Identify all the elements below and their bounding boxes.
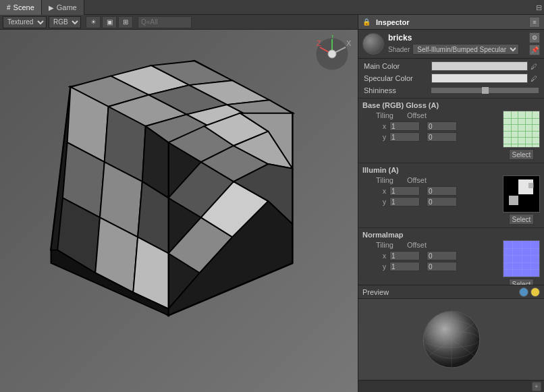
preview-section: Preview [358,285,544,380]
tab-scene[interactable]: # Scene [0,0,42,15]
base-y-row: y [362,132,500,142]
svg-point-40 [328,50,336,58]
shader-select[interactable]: Self-Illumin/Bumped Specular [412,44,519,55]
scene-tab-label: Scene [13,3,34,11]
base-tiling-y-input[interactable] [389,132,420,142]
inspector-title: Inspector [376,18,526,26]
normalmap-select-btn[interactable]: Select [509,279,535,285]
illumin-section: Illumin (A) Tiling Offset x [358,163,544,227]
normalmap-x-sublabel: x [383,252,389,260]
tiling-col-header: Tiling [376,111,393,119]
offset-col-header: Offset [407,111,427,119]
preview-btns [519,287,540,297]
illumin-x-sublabel: x [383,188,389,195]
base-tiling-x-input[interactable] [389,121,420,131]
normalmap-tiling-x-input[interactable] [389,251,420,260]
base-x-row: x [362,121,500,132]
base-offset-y-input[interactable] [427,132,457,142]
illumin-texture-props: Tiling Offset x y [362,175,500,225]
normalmap-tiling-y-input[interactable] [389,262,420,271]
base-offset-x-input[interactable] [427,121,457,131]
specular-color-swatch[interactable] [431,74,528,83]
rubiks-cube-svg [7,48,329,374]
main-area: Textured RGB ☀ ▣ ⊞ [0,15,544,392]
base-select-btn[interactable]: Select [509,149,535,160]
orientation-gizmo[interactable]: Z Y X [312,35,352,72]
add-component-btn[interactable]: + [532,382,541,391]
material-pin-btn[interactable]: 📌 [529,45,540,55]
normalmap-offset-y-input[interactable] [427,262,457,271]
base-x-sublabel: x [383,123,389,130]
material-details: bricks Shader Self-Illumin/Bumped Specul… [388,33,525,55]
shininess-row: Shininess [362,84,540,96]
illumin-title: Illumin (A) [362,166,540,174]
normalmap-texture-thumb-area: Select [503,240,540,285]
base-texture-inner: Tiling Offset x y [362,111,540,160]
illumin-select-btn[interactable]: Select [509,214,535,225]
material-preview-sphere [362,33,384,55]
lock-icon: 🔒 [362,18,371,26]
color-space-select[interactable]: RGB [49,16,81,28]
illumin-y-row: y [362,196,500,207]
main-color-label: Main Color [364,62,431,70]
specular-color-value: 🖊 [431,74,539,83]
material-settings-btn[interactable]: ⚙ [529,32,540,43]
material-name: bricks [388,33,525,43]
main-color-row: Main Color 🖊 [362,60,540,72]
toolbar-icons: ☀ ▣ ⊞ [86,16,133,28]
base-texture-props: Tiling Offset x y [362,111,500,160]
illumin-x-row: x [362,186,500,196]
preview-dot-yellow[interactable] [531,287,540,297]
normalmap-x-row: x [362,250,500,261]
grid-icon-btn[interactable]: ⊞ [118,16,133,28]
panel-collapse-btn[interactable]: ⊟ [533,0,544,15]
bottom-bar: + [358,380,544,392]
inspector-panel: 🔒 Inspector ≡ bricks Shader Self-Illumin… [358,15,544,392]
scene-toolbar: Textured RGB ☀ ▣ ⊞ [0,15,358,30]
illumin-to-header: Tiling Offset [362,175,500,185]
normalmap-texture-props: Tiling Offset x y [362,240,500,285]
main-color-eyedropper[interactable]: 🖊 [529,61,539,71]
illumin-y-sublabel: y [383,198,389,206]
specular-color-row: Specular Color 🖊 [362,72,540,84]
render-mode-select[interactable]: Textured [3,16,47,28]
illumin-offset-y-input[interactable] [427,197,457,206]
inspector-header: 🔒 Inspector ≡ [358,15,544,30]
normalmap-texture-thumb [503,240,540,277]
svg-text:X: X [346,39,352,47]
image-icon-btn[interactable]: ▣ [102,16,117,28]
main-color-section: Main Color 🖊 Specular Color 🖊 [358,59,544,98]
inspector-body[interactable]: Main Color 🖊 Specular Color 🖊 [358,59,544,285]
sun-icon-btn[interactable]: ☀ [86,16,101,28]
specular-color-eyedropper[interactable]: 🖊 [529,74,539,83]
normalmap-to-header: Tiling Offset [362,240,500,250]
normalmap-title: Normalmap [362,231,540,239]
main-color-value: 🖊 [431,61,539,71]
specular-color-label: Specular Color [364,74,431,82]
scene-viewport: Textured RGB ☀ ▣ ⊞ [0,15,358,392]
illumin-offset-header: Offset [407,176,427,184]
main-color-swatch[interactable] [431,61,528,71]
preview-header: Preview [358,285,544,299]
svg-text:Y: Y [330,35,335,40]
illumin-tiling-x-input[interactable] [389,186,420,196]
illumin-tiling-y-input[interactable] [389,197,420,206]
scene-icon: # [7,4,11,11]
material-icon-btns: ⚙ 📌 [529,32,540,55]
inspector-options-btn[interactable]: ≡ [529,17,540,28]
illumin-offset-x-input[interactable] [427,186,457,196]
scene-search-input[interactable] [138,16,192,28]
preview-dot-blue[interactable] [519,287,528,297]
normalmap-offset-x-input[interactable] [427,251,457,260]
gizmo-svg: Z Y X [312,35,352,72]
preview-content [358,299,544,380]
base-texture-thumb-area: Select [503,111,540,160]
game-tab-label: Game [57,3,77,11]
normalmap-texture-inner: Tiling Offset x y [362,240,540,285]
shininess-slider[interactable] [431,88,539,93]
tab-game[interactable]: ▶ Game [42,0,84,15]
illumin-tiling-header: Tiling [376,176,393,184]
shininess-value [431,88,539,93]
scene-content[interactable]: Z Y X [0,30,358,392]
base-texture-thumb [503,111,540,148]
